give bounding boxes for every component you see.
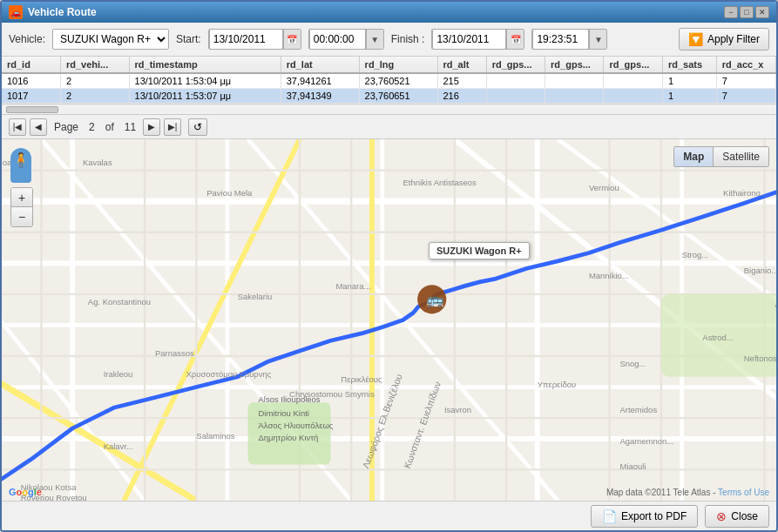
col-header-rd-gps3[interactable]: rd_gps... bbox=[604, 57, 662, 73]
finish-time-picker-button[interactable]: ▼ bbox=[589, 30, 606, 49]
grid-scroll-area: rd_id rd_vehi... rd_timestamp rd_lat rd_… bbox=[2, 57, 776, 104]
title-controls: − □ ✕ bbox=[724, 6, 769, 18]
svg-text:Parnassos: Parnassos bbox=[155, 348, 194, 358]
first-page-button[interactable]: |◀ bbox=[9, 118, 26, 136]
cell-rd-vehi: 2 bbox=[60, 89, 129, 104]
map-view-button[interactable]: Map bbox=[674, 147, 714, 166]
finish-date-input-wrap: 📅 bbox=[431, 29, 524, 50]
col-header-rd-vehi[interactable]: rd_vehi... bbox=[60, 57, 129, 73]
col-header-rd-acc-x[interactable]: rd_acc_x bbox=[716, 57, 775, 73]
start-time-picker-button[interactable]: ▼ bbox=[366, 30, 383, 49]
minimize-button[interactable]: − bbox=[724, 6, 738, 18]
pegman-icon[interactable]: 🧍 bbox=[10, 148, 31, 183]
finish-time-input[interactable] bbox=[532, 29, 589, 50]
finish-date-picker-button[interactable]: 📅 bbox=[506, 30, 524, 49]
attribution-link[interactable]: Terms of Use bbox=[718, 488, 769, 497]
start-time-input[interactable] bbox=[309, 29, 366, 50]
col-header-rd-sats[interactable]: rd_sats bbox=[662, 57, 716, 73]
table-row[interactable]: 1017 2 13/10/2011 1:53:07 μμ 37,941349 2… bbox=[2, 89, 776, 104]
apply-filter-button[interactable]: 🔽 Apply Filter bbox=[679, 28, 769, 51]
cell-rd-id: 1017 bbox=[2, 89, 60, 104]
svg-text:Χρυσοστόμου Σμύρνης: Χρυσοστόμου Σμύρνης bbox=[186, 369, 272, 379]
export-pdf-button[interactable]: 📄 Export to PDF bbox=[591, 505, 698, 528]
svg-text:Agamemnon...: Agamemnon... bbox=[620, 436, 674, 446]
col-header-rd-lng[interactable]: rd_lng bbox=[359, 57, 437, 73]
attribution-text: Map data ©2011 Tele Atlas - bbox=[606, 488, 718, 497]
cell-rd-alt: 216 bbox=[437, 89, 486, 104]
satellite-view-button[interactable]: Satellite bbox=[714, 147, 768, 166]
col-header-rd-gps1[interactable]: rd_gps... bbox=[486, 57, 545, 73]
cell-rd-gps3 bbox=[604, 73, 662, 89]
map-attribution: Map data ©2011 Tele Atlas - Terms of Use bbox=[606, 488, 769, 497]
scroll-thumb[interactable] bbox=[6, 106, 58, 113]
col-header-rd-timestamp[interactable]: rd_timestamp bbox=[129, 57, 281, 73]
cell-rd-gps3 bbox=[604, 89, 662, 104]
toolbar: Vehicle: SUZUKI Wagon R+ Start: 📅 ▼ Fini… bbox=[2, 23, 776, 57]
svg-text:Ag. Konstantinou: Ag. Konstantinou bbox=[88, 297, 151, 306]
col-header-rd-gps2[interactable]: rd_gps... bbox=[545, 57, 604, 73]
svg-text:Paviou Mela: Paviou Mela bbox=[206, 188, 253, 198]
col-header-rd-id[interactable]: rd_id bbox=[2, 57, 60, 73]
last-page-button[interactable]: ▶| bbox=[164, 118, 181, 136]
close-window-button[interactable]: ✕ bbox=[755, 6, 769, 18]
finish-date-input[interactable] bbox=[432, 29, 506, 50]
next-page-button[interactable]: ▶ bbox=[143, 118, 160, 136]
vehicle-select[interactable]: SUZUKI Wagon R+ bbox=[52, 29, 169, 50]
refresh-button[interactable]: ↺ bbox=[188, 118, 207, 136]
svg-text:Mannikio...: Mannikio... bbox=[589, 271, 629, 280]
svg-text:Kavalas: Kavalas bbox=[83, 158, 112, 167]
vehicle-tooltip-label: SUZUKI Wagon R+ bbox=[436, 246, 522, 256]
svg-text:Biganio...: Biganio... bbox=[744, 266, 776, 275]
start-date-input-wrap: 📅 bbox=[208, 29, 301, 50]
zoom-out-button[interactable]: − bbox=[11, 207, 32, 226]
cell-rd-acc-x: 7 bbox=[716, 89, 775, 104]
svg-text:Dimitriou Kinti: Dimitriou Kinti bbox=[259, 408, 309, 418]
page-label: Page bbox=[51, 121, 82, 133]
table-row[interactable]: 1016 2 13/10/2011 1:53:04 μμ 37,941261 2… bbox=[2, 73, 776, 89]
start-time-input-wrap: ▼ bbox=[308, 29, 384, 50]
cell-rd-vehi: 2 bbox=[60, 73, 129, 89]
cell-rd-sats: 1 bbox=[662, 73, 716, 89]
svg-text:Άλσος Ηλιουπόλεως: Άλσος Ηλιουπόλεως bbox=[259, 421, 334, 430]
col-header-rd-lat[interactable]: rd_lat bbox=[281, 57, 359, 73]
maximize-button[interactable]: □ bbox=[740, 6, 754, 18]
start-date-picker-button[interactable]: 📅 bbox=[283, 30, 301, 49]
cell-rd-sats: 1 bbox=[662, 89, 716, 104]
cell-rd-alt: 215 bbox=[437, 73, 486, 89]
window-icon: 🚗 bbox=[9, 5, 23, 19]
close-button[interactable]: ⊗ Close bbox=[705, 505, 769, 528]
svg-text:Περικλέους: Περικλέους bbox=[341, 374, 382, 384]
cell-rd-gps2 bbox=[545, 89, 604, 104]
street-view-control: 🧍 bbox=[10, 148, 31, 183]
cell-rd-gps1 bbox=[486, 73, 545, 89]
svg-text:V. Sofias Mela: V. Sofias Mela bbox=[775, 302, 776, 312]
svg-text:Vermiou: Vermiou bbox=[589, 183, 619, 192]
vehicle-label: Vehicle: bbox=[9, 33, 45, 45]
start-date-input[interactable] bbox=[209, 29, 283, 50]
map-area: Ioannit... Kavalas Paviou Mela Ethnikis … bbox=[2, 139, 776, 501]
map-container[interactable]: Ioannit... Kavalas Paviou Mela Ethnikis … bbox=[2, 139, 776, 501]
svg-text:🚌: 🚌 bbox=[426, 291, 444, 309]
map-type-buttons: Map Satellite bbox=[673, 146, 769, 167]
finish-label: Finish : bbox=[391, 33, 425, 45]
window-title: Vehicle Route bbox=[28, 6, 97, 18]
cell-rd-lng: 23,760521 bbox=[359, 73, 437, 89]
horizontal-scrollbar[interactable] bbox=[2, 104, 776, 114]
prev-page-button[interactable]: ◀ bbox=[30, 118, 47, 136]
svg-text:Δημητρίου Κιντή: Δημητρίου Κιντή bbox=[259, 433, 319, 442]
title-bar: 🚗 Vehicle Route − □ ✕ bbox=[2, 2, 776, 23]
col-header-rd-alt[interactable]: rd_alt bbox=[437, 57, 486, 73]
apply-filter-label: Apply Filter bbox=[707, 33, 760, 45]
svg-text:Chrysostomou Smyrnis: Chrysostomou Smyrnis bbox=[289, 389, 375, 399]
svg-text:Υπερείδου: Υπερείδου bbox=[538, 380, 577, 389]
close-label: Close bbox=[731, 510, 758, 522]
grid-header-row: rd_id rd_vehi... rd_timestamp rd_lat rd_… bbox=[2, 57, 776, 73]
zoom-in-button[interactable]: + bbox=[11, 188, 32, 207]
svg-text:Astrod...: Astrod... bbox=[702, 333, 733, 342]
cell-rd-timestamp: 13/10/2011 1:53:04 μμ bbox=[129, 73, 281, 89]
cell-rd-gps1 bbox=[486, 89, 545, 104]
svg-text:Kalavr...: Kalavr... bbox=[104, 441, 133, 451]
vehicle-tooltip: SUZUKI Wagon R+ bbox=[429, 242, 530, 259]
pdf-icon: 📄 bbox=[602, 509, 617, 523]
svg-text:Salaminos: Salaminos bbox=[196, 431, 234, 441]
